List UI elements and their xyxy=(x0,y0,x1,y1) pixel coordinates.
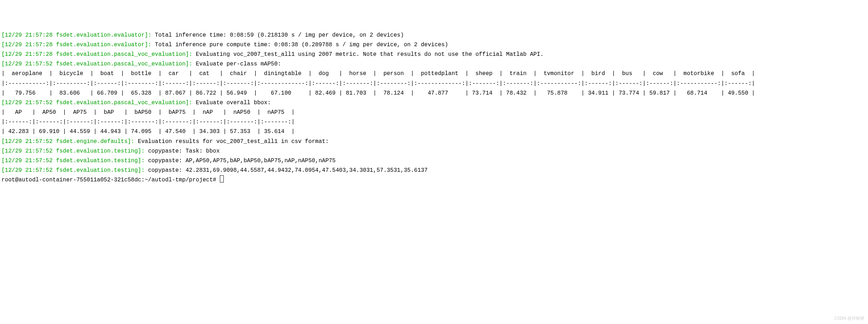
log-line: [12/29 21:57:28 fsdet.evaluation.pascal_… xyxy=(1,51,544,58)
log-body: Total inference pure compute time: 0:08:… xyxy=(155,42,448,48)
log-line: | AP | AP50 | AP75 | bAP | bAP50 | bAP75… xyxy=(1,109,295,116)
log-line: |:------:|:------:|:------:|:------:|:--… xyxy=(1,119,295,125)
log-body: Total inference time: 0:08:59 (0.218130 … xyxy=(155,32,404,38)
log-body: | 42.283 | 69.910 | 44.559 | 44.943 | 74… xyxy=(1,128,295,135)
log-prefix: [12/29 21:57:28 fsdet.evaluation.evaluat… xyxy=(1,42,155,48)
log-prefix: [12/29 21:57:28 fsdet.evaluation.pascal_… xyxy=(1,51,196,58)
log-line: [12/29 21:57:28 fsdet.evaluation.evaluat… xyxy=(1,42,448,48)
log-line: |:-----------:|:---------:|:------:|:---… xyxy=(1,80,755,87)
log-prefix: [12/29 21:57:52 fsdet.evaluation.pascal_… xyxy=(1,61,196,67)
log-line: [12/29 21:57:52 fsdet.evaluation.testing… xyxy=(1,158,336,164)
log-line: [12/29 21:57:52 fsdet.evaluation.testing… xyxy=(1,148,220,154)
log-body: | aeroplane | bicycle | boat | bottle | … xyxy=(1,70,755,77)
log-body: Evaluate per-class mAP50: xyxy=(196,61,281,67)
log-body: copypaste: 42.2831,69.9098,44.5587,44.94… xyxy=(148,167,428,174)
log-body: Evaluating voc_2007_test_all1 using 2007… xyxy=(196,51,543,58)
log-line: [12/29 21:57:52 fsdet.engine.defaults]: … xyxy=(1,138,329,145)
log-body: copypaste: AP,AP50,AP75,bAP,bAP50,bAP75,… xyxy=(148,158,336,164)
log-body: copypaste: Task: bbox xyxy=(148,148,220,154)
log-line: | 42.283 | 69.910 | 44.559 | 44.943 | 74… xyxy=(1,128,295,135)
log-line: | aeroplane | bicycle | boat | bottle | … xyxy=(1,70,755,77)
terminal-output[interactable]: [12/29 21:57:28 fsdet.evaluation.evaluat… xyxy=(1,31,867,185)
log-prefix: [12/29 21:57:52 fsdet.evaluation.testing… xyxy=(1,148,148,154)
log-prefix: [12/29 21:57:52 fsdet.evaluation.testing… xyxy=(1,158,148,164)
log-prefix: [12/29 21:57:28 fsdet.evaluation.evaluat… xyxy=(1,32,155,38)
cursor xyxy=(220,175,224,182)
log-line: [12/29 21:57:52 fsdet.evaluation.pascal_… xyxy=(1,61,281,67)
shell-prompt[interactable]: root@autodl-container-755011a052-321c58d… xyxy=(1,177,220,183)
log-line: | 79.756 | 83.606 | 66.709 | 65.328 | 87… xyxy=(1,90,755,96)
log-prefix: [12/29 21:57:52 fsdet.engine.defaults]: xyxy=(1,138,138,145)
log-body: | AP | AP50 | AP75 | bAP | bAP50 | bAP75… xyxy=(1,109,295,116)
log-line: [12/29 21:57:28 fsdet.evaluation.evaluat… xyxy=(1,32,404,38)
log-prefix: [12/29 21:57:52 fsdet.evaluation.testing… xyxy=(1,167,148,174)
log-body: Evaluation results for voc_2007_test_all… xyxy=(138,138,329,145)
log-body: Evaluate overall bbox: xyxy=(196,100,271,106)
log-body: | 79.756 | 83.606 | 66.709 | 65.328 | 87… xyxy=(1,90,755,96)
log-line: [12/29 21:57:52 fsdet.evaluation.pascal_… xyxy=(1,100,271,106)
log-body: |:-----------:|:---------:|:------:|:---… xyxy=(1,80,755,87)
log-body: |:------:|:------:|:------:|:------:|:--… xyxy=(1,119,295,125)
log-line: [12/29 21:57:52 fsdet.evaluation.testing… xyxy=(1,167,428,174)
log-prefix: [12/29 21:57:52 fsdet.evaluation.pascal_… xyxy=(1,100,196,106)
